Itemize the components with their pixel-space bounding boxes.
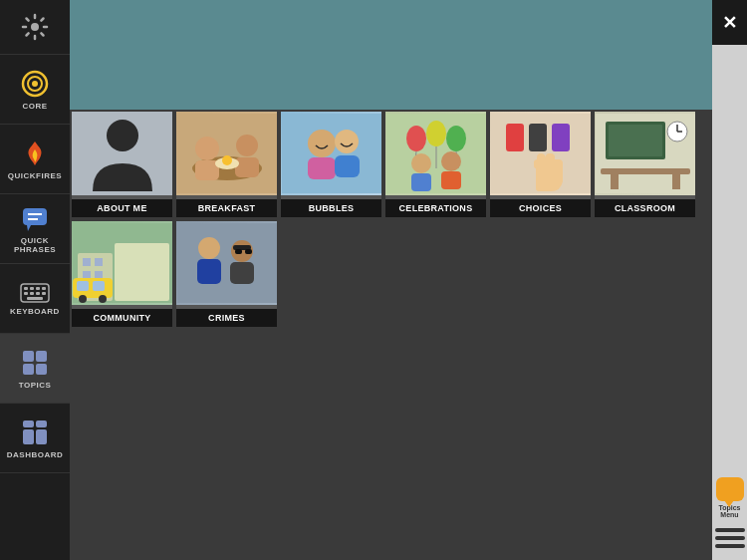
svg-rect-68 bbox=[83, 258, 91, 266]
svg-point-35 bbox=[222, 155, 232, 165]
hamburger-line-3 bbox=[715, 544, 745, 548]
svg-rect-21 bbox=[36, 364, 47, 375]
close-button[interactable]: ✕ bbox=[712, 0, 747, 45]
tile-choices[interactable]: CHOICES bbox=[488, 110, 593, 219]
tile-breakfast-image bbox=[176, 112, 277, 195]
main-content: ABOUT ME bbox=[70, 0, 712, 560]
tile-breakfast-label: BREAKFAST bbox=[176, 199, 277, 217]
svg-rect-77 bbox=[177, 223, 277, 303]
svg-rect-23 bbox=[36, 420, 47, 427]
svg-point-27 bbox=[107, 120, 138, 151]
tile-classroom[interactable]: CLASSROOM bbox=[593, 110, 697, 219]
tile-about-me-image bbox=[72, 112, 172, 195]
speech-icon bbox=[21, 206, 49, 232]
quickfires-label: QUICKFIRES bbox=[8, 171, 62, 180]
gear-icon bbox=[21, 13, 49, 41]
sidebar-item-core[interactable]: CORE bbox=[0, 55, 70, 125]
sidebar: CORE QUICKFIRES QUICK PHRASES bbox=[0, 0, 70, 560]
settings-button[interactable] bbox=[0, 0, 70, 55]
svg-rect-22 bbox=[23, 420, 34, 427]
svg-rect-24 bbox=[23, 429, 34, 444]
tile-celebrations-image bbox=[385, 112, 486, 195]
tile-classroom-image bbox=[595, 112, 695, 195]
tile-choices-image bbox=[490, 112, 591, 195]
svg-point-37 bbox=[308, 130, 336, 157]
svg-rect-83 bbox=[235, 249, 242, 254]
svg-rect-9 bbox=[24, 287, 28, 290]
tile-bubbles-image bbox=[281, 112, 381, 195]
topic-grid-area: ABOUT ME bbox=[70, 110, 712, 560]
svg-rect-58 bbox=[609, 125, 662, 156]
svg-rect-11 bbox=[36, 287, 40, 290]
tile-community[interactable]: COMMUNITY bbox=[70, 219, 174, 329]
svg-rect-67 bbox=[115, 243, 169, 301]
svg-rect-55 bbox=[552, 124, 570, 151]
sidebar-item-quickfires[interactable]: QUICKFIRES bbox=[0, 125, 70, 194]
sidebar-item-dashboard[interactable]: DASHBOARD bbox=[0, 404, 70, 473]
topic-grid: ABOUT ME bbox=[70, 110, 712, 329]
keyboard-label: KEYBOARD bbox=[10, 307, 60, 316]
sidebar-item-quick-phrases[interactable]: QUICK PHRASES bbox=[0, 194, 70, 264]
fire-icon bbox=[23, 140, 47, 167]
svg-rect-64 bbox=[672, 174, 680, 189]
svg-point-30 bbox=[195, 137, 219, 160]
tile-community-image bbox=[72, 221, 172, 305]
svg-point-3 bbox=[32, 81, 38, 87]
tile-crimes-image bbox=[176, 221, 277, 305]
sidebar-item-topics[interactable]: TOPICS bbox=[0, 334, 70, 404]
svg-rect-25 bbox=[36, 429, 47, 444]
svg-rect-33 bbox=[235, 157, 259, 177]
tile-breakfast[interactable]: BREAKFAST bbox=[174, 110, 279, 219]
dashboard-icon bbox=[21, 419, 49, 446]
keyboard-icon bbox=[20, 283, 50, 303]
tile-celebrations[interactable]: CELEBRATIONS bbox=[383, 110, 488, 219]
svg-rect-54 bbox=[529, 124, 547, 151]
svg-point-42 bbox=[406, 126, 426, 151]
svg-rect-63 bbox=[611, 174, 619, 189]
tile-classroom-label: CLASSROOM bbox=[595, 199, 695, 217]
svg-point-49 bbox=[441, 151, 461, 171]
right-panel-bottom: Topics Menu bbox=[712, 477, 747, 560]
svg-point-48 bbox=[411, 153, 431, 173]
hamburger-line-1 bbox=[715, 528, 745, 532]
dashboard-label: DASHBOARD bbox=[7, 450, 64, 459]
core-label: CORE bbox=[22, 102, 47, 111]
tile-crimes[interactable]: CRIMES bbox=[174, 219, 279, 329]
tile-about-me[interactable]: ABOUT ME bbox=[70, 110, 174, 219]
svg-point-74 bbox=[99, 295, 107, 303]
svg-rect-36 bbox=[282, 114, 381, 193]
svg-rect-69 bbox=[95, 258, 103, 266]
top-banner bbox=[70, 0, 712, 110]
svg-rect-15 bbox=[36, 292, 40, 295]
svg-rect-17 bbox=[27, 297, 43, 300]
quick-phrases-label: QUICK PHRASES bbox=[4, 236, 66, 254]
svg-point-44 bbox=[446, 126, 466, 151]
topics-menu-button[interactable]: Topics Menu bbox=[712, 477, 747, 518]
svg-rect-50 bbox=[411, 173, 431, 191]
svg-rect-70 bbox=[83, 271, 91, 279]
svg-point-31 bbox=[236, 135, 258, 156]
svg-rect-39 bbox=[308, 157, 336, 179]
svg-rect-84 bbox=[245, 249, 252, 254]
svg-rect-20 bbox=[23, 364, 34, 375]
tile-bubbles[interactable]: BUBBLES bbox=[279, 110, 383, 219]
svg-rect-28 bbox=[177, 114, 277, 193]
hamburger-line-2 bbox=[715, 536, 745, 540]
tile-community-label: COMMUNITY bbox=[72, 309, 172, 327]
svg-rect-12 bbox=[42, 287, 46, 290]
svg-marker-5 bbox=[27, 225, 31, 231]
svg-rect-76 bbox=[93, 281, 105, 291]
svg-rect-53 bbox=[506, 124, 524, 151]
svg-point-38 bbox=[335, 130, 359, 153]
close-icon: ✕ bbox=[722, 12, 737, 34]
svg-rect-16 bbox=[42, 292, 46, 295]
svg-rect-79 bbox=[197, 259, 221, 284]
sidebar-item-keyboard[interactable]: KEYBOARD bbox=[0, 264, 70, 334]
svg-rect-62 bbox=[601, 168, 690, 174]
svg-rect-13 bbox=[24, 292, 28, 295]
topics-label: TOPICS bbox=[19, 381, 52, 390]
svg-rect-81 bbox=[230, 262, 254, 284]
svg-rect-75 bbox=[77, 281, 89, 291]
hamburger-button[interactable] bbox=[715, 526, 745, 550]
svg-point-78 bbox=[198, 237, 220, 259]
